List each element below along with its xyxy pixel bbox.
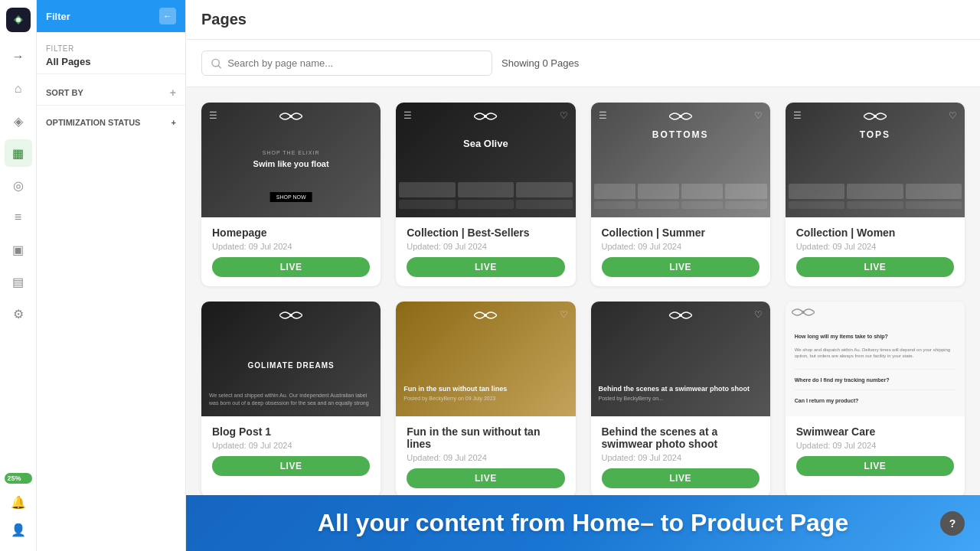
card-body-summer: Collection | Summer Updated: 09 Jul 2024… <box>591 217 770 286</box>
card-blog3: Behind the scenes at a swimwear photo sh… <box>591 302 770 497</box>
svg-point-5 <box>484 115 487 118</box>
card-updated-blog2: Updated: 09 Jul 2024 <box>407 453 564 462</box>
card-name-bestsellers: Collection | Best-Sellers <box>407 227 564 239</box>
thumb-label-blog1: GOLIMATE DREAMS <box>219 360 362 369</box>
card-homepage: SHOP THE ELIXIR Swim like you float SHOP… <box>201 103 381 286</box>
card-summer: BOTTOMS <box>591 103 770 286</box>
nav-grid-icon[interactable]: ▦ <box>5 139 32 167</box>
thumb-menu-summer: ☰ <box>599 110 607 121</box>
card-thumb-homepage: SHOP THE ELIXIR Swim like you float SHOP… <box>201 103 381 217</box>
live-btn-women[interactable]: LIVE <box>796 257 954 277</box>
help-button[interactable]: ? <box>940 511 965 536</box>
thumb-bow-homepage <box>279 110 302 126</box>
live-btn-blog2[interactable]: LIVE <box>407 468 564 488</box>
card-body-homepage: Homepage Updated: 09 Jul 2024 LIVE <box>201 217 381 286</box>
filter-sidebar: Filter ← FILTER All Pages SORT BY + OPTI… <box>37 0 186 551</box>
nav-target-icon[interactable]: ◎ <box>5 171 32 199</box>
filter-header[interactable]: Filter ← <box>37 0 185 32</box>
live-btn-summer[interactable]: LIVE <box>602 257 760 277</box>
sort-add-icon[interactable]: + <box>170 86 176 99</box>
svg-line-3 <box>218 65 220 67</box>
card-thumb-blog3: Behind the scenes at a swimwear photo sh… <box>591 302 770 416</box>
search-input[interactable] <box>227 57 482 69</box>
nav-calendar-icon[interactable]: ▤ <box>5 268 32 295</box>
cards-grid: SHOP THE ELIXIR Swim like you float SHOP… <box>201 103 965 497</box>
card-blog1: GOLIMATE DREAMS We select and shipped wi… <box>201 302 381 497</box>
card-updated-summer: Updated: 09 Jul 2024 <box>602 242 760 251</box>
live-btn-faq[interactable]: LIVE <box>796 456 954 476</box>
card-name-homepage: Homepage <box>212 227 370 239</box>
live-btn-homepage[interactable]: LIVE <box>212 257 370 277</box>
thumb-text-blog1: We select and shipped within Au. Our ind… <box>209 392 373 407</box>
card-thumb-faq: How long will my items take to ship? We … <box>786 302 965 416</box>
card-updated-blog1: Updated: 09 Jul 2024 <box>212 441 370 450</box>
card-name-blog2: Fun in the sun without tan lines <box>407 425 564 450</box>
card-body-blog2: Fun in the sun without tan lines Updated… <box>396 416 575 497</box>
svg-point-1 <box>16 18 21 22</box>
card-thumb-blog2: Fun in the sun without tan lines Posted … <box>396 302 575 416</box>
live-btn-blog1[interactable]: LIVE <box>212 456 370 476</box>
thumb-bow-blog3 <box>669 309 692 324</box>
card-thumb-blog1: GOLIMATE DREAMS We select and shipped wi… <box>201 302 381 416</box>
svg-point-11 <box>802 311 805 314</box>
svg-point-7 <box>874 115 877 118</box>
card-name-blog1: Blog Post 1 <box>212 425 370 438</box>
live-btn-blog3[interactable]: LIVE <box>602 468 760 488</box>
card-body-bestsellers: Collection | Best-Sellers Updated: 09 Ju… <box>396 217 575 286</box>
card-name-faq: Swimwear Care <box>796 425 954 438</box>
filter-section-label: FILTER <box>46 44 176 53</box>
nav-list-icon[interactable]: ≡ <box>5 204 32 231</box>
nav-user-icon[interactable]: 👤 <box>5 516 32 543</box>
thumb-bow-summer <box>669 110 692 126</box>
thumb-text-blog2: Fun in the sun without tan lines Posted … <box>403 385 567 401</box>
thumb-text-blog3: Behind the scenes at a swimwear photo sh… <box>599 385 763 401</box>
card-body-blog1: Blog Post 1 Updated: 09 Jul 2024 LIVE <box>201 416 381 485</box>
thumb-bow-women <box>864 110 887 126</box>
opt-status-label: OPTIMIZATION STATUS <box>46 118 140 127</box>
filter-back-icon[interactable]: ← <box>159 8 176 24</box>
card-blog2: Fun in the sun without tan lines Posted … <box>396 302 575 497</box>
nav-image-icon[interactable]: ▣ <box>5 236 32 263</box>
thumb-label-women: TOPS <box>860 129 890 140</box>
top-bar: Pages <box>186 0 980 40</box>
card-thumb-summer: BOTTOMS <box>591 103 770 217</box>
search-box-container <box>201 51 492 76</box>
nav-bell-icon[interactable]: 🔔 <box>5 488 32 516</box>
optimization-section: OPTIMIZATION STATUS + <box>37 106 185 133</box>
live-btn-bestsellers[interactable]: LIVE <box>407 257 564 277</box>
showing-pages-text: Showing 0 Pages <box>501 57 579 69</box>
nav-gear-icon[interactable]: ⚙ <box>5 300 32 328</box>
svg-point-8 <box>289 314 292 317</box>
sort-by-label: SORT BY <box>46 88 83 97</box>
filter-label: Filter <box>46 11 70 22</box>
card-name-blog3: Behind the scenes at a swimwear photo sh… <box>602 425 760 450</box>
card-thumb-bestsellers: Sea Olive ☰ ♡ <box>396 103 575 217</box>
search-icon <box>211 58 221 69</box>
nav-tag-icon[interactable]: ◈ <box>5 107 32 135</box>
sort-section: SORT BY + <box>37 74 185 106</box>
card-updated-homepage: Updated: 09 Jul 2024 <box>212 242 370 251</box>
banner-text: All your content from Home– to Product P… <box>318 509 848 537</box>
page-title: Pages <box>201 11 247 28</box>
nav-home-icon[interactable]: ⌂ <box>5 75 32 103</box>
nav-arrow-icon[interactable]: → <box>5 43 32 70</box>
app-logo <box>6 8 31 32</box>
thumb-heart-women: ♡ <box>949 110 957 121</box>
card-women: TOPS ☰ ♡ <box>786 103 965 286</box>
thumb-rows-summer <box>594 184 767 211</box>
percent-badge: 25% <box>5 473 32 484</box>
thumb-faq-content: How long will my items take to ship? We … <box>786 324 965 412</box>
main-content: Pages Showing 0 Pages SHOP THE ELIXIR <box>186 0 980 551</box>
card-body-women: Collection | Women Updated: 09 Jul 2024 … <box>786 217 965 286</box>
opt-add-icon[interactable]: + <box>172 118 176 127</box>
thumb-bow-blog1 <box>279 309 302 324</box>
card-thumb-women: TOPS ☰ ♡ <box>786 103 965 217</box>
thumb-heart-summer: ♡ <box>754 110 763 121</box>
card-updated-bestsellers: Updated: 09 Jul 2024 <box>407 242 564 251</box>
cards-area: SHOP THE ELIXIR Swim like you float SHOP… <box>186 87 980 551</box>
card-updated-women: Updated: 09 Jul 2024 <box>796 242 954 251</box>
thumb-heart-blog3: ♡ <box>754 309 763 320</box>
thumb-rows-bestsellers <box>399 182 572 211</box>
thumb-menu-faq <box>792 306 815 321</box>
icon-sidebar: → ⌂ ◈ ▦ ◎ ≡ ▣ ▤ ⚙ 25% 🔔 👤 <box>0 0 37 551</box>
